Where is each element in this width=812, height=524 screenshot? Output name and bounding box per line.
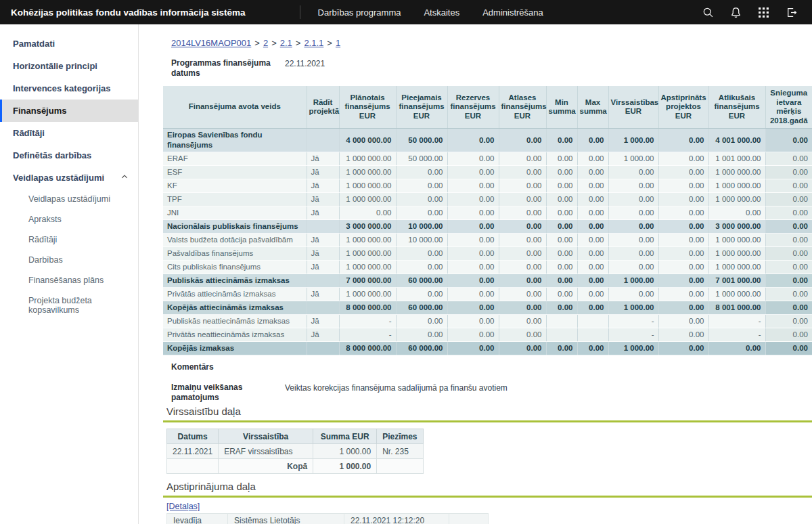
sidebar-item-finans-jums[interactable]: Finansējums: [0, 100, 138, 122]
breadcrumb-link[interactable]: 2: [263, 38, 268, 48]
breadcrumb-link[interactable]: 2.1: [280, 38, 292, 48]
value-cell: 1 000 000.00: [708, 247, 765, 261]
value-cell: 0.00: [499, 152, 546, 166]
sidebar-subitem-veidlapas-uzst-d-jumi[interactable]: Veidlapas uzstādījumi: [0, 189, 138, 209]
breadcrumb-separator: >: [296, 38, 301, 48]
column-header: Atlases finansējums EUR: [499, 86, 546, 129]
sidebar-item-defin-t-s-darb-bas[interactable]: Definētās darbības: [0, 144, 138, 167]
value-cell: 0.00: [658, 234, 708, 247]
value-cell: 0.00: [499, 261, 546, 274]
value-cell: 1 000 000.00: [708, 261, 765, 274]
sidebar-item-pamatdati[interactable]: Pamatdati: [0, 32, 138, 55]
breadcrumb-separator: >: [327, 38, 332, 48]
value-cell: 0.00: [396, 166, 447, 179]
navbar-menu-item[interactable]: Atskaites: [424, 7, 459, 18]
sidebar-item-intervences-kategorijas[interactable]: Intervences kategorijas: [0, 77, 138, 100]
table-row: IevadījaSistēmas Lietotājs22.11.2021 12:…: [167, 514, 489, 524]
value-cell: 0.00: [499, 328, 546, 342]
app-switcher-icon[interactable]: [758, 7, 769, 18]
show-in-project-cell: Jā: [307, 152, 339, 166]
breadcrumb-link[interactable]: 2014LV16MAOP001: [171, 38, 251, 48]
value-cell: 0.00: [608, 179, 658, 193]
row-label-cell: Publiskās neattiecināmās izmaksas: [163, 315, 307, 328]
breadcrumb-link[interactable]: 1: [336, 38, 340, 48]
value-cell: 0.00: [577, 261, 608, 274]
value-cell: 0.00: [608, 206, 658, 220]
notifications-icon[interactable]: [730, 7, 742, 18]
value-cell: 0.00: [499, 342, 546, 355]
show-in-project-cell: [307, 274, 339, 288]
sidebar-item-r-d-t-ji[interactable]: Rādītāji: [0, 122, 138, 144]
column-header: Rādīt projektā: [307, 86, 339, 129]
value-cell: 0.00: [546, 206, 577, 220]
justification-label: Izmaiņu veikšanas pamatojums: [171, 383, 285, 403]
value-cell: 1 000 000.00: [339, 179, 396, 193]
row-label-cell: ERAF: [163, 152, 307, 166]
value-cell: 1 000.00: [608, 152, 658, 166]
value-cell: 0.00: [546, 129, 577, 152]
value-cell: 0.00: [447, 129, 499, 152]
value-cell: 1 000 000.00: [339, 261, 396, 274]
sidebar-subitem-r-d-t-ji[interactable]: Rādītāji: [0, 230, 138, 250]
value-cell: 0.00: [658, 152, 708, 166]
search-icon[interactable]: [702, 7, 714, 18]
value-cell: 60 000.00: [396, 274, 447, 288]
row-label-cell: Cits publiskais finansējums: [163, 261, 307, 274]
value-cell: 0.00: [577, 129, 608, 152]
commitments-section-rule: [163, 420, 812, 422]
value-cell: 0.00: [396, 315, 447, 328]
value-cell: 0.00: [396, 328, 447, 342]
value-cell: 0.00: [546, 193, 577, 206]
commitments-table: DatumsVirssaistībaSumma EURPiezīmes 22.1…: [166, 429, 424, 474]
value-cell: 1 000 000.00: [708, 288, 765, 301]
value-cell: 0.00: [658, 247, 708, 261]
amount-cell: 1 000.00: [313, 444, 377, 459]
table-row: Privātās attiecināmās izmaksasJā1 000 00…: [163, 288, 812, 301]
value-cell: 0.00: [546, 261, 577, 274]
sidebar-subitem-apraksts[interactable]: Apraksts: [0, 209, 138, 230]
value-cell: 7 000 000.00: [339, 274, 396, 288]
navbar-menu: Darbības programmaAtskaitesAdministrēšan…: [318, 7, 702, 18]
value-cell: 1 000 000.00: [708, 166, 765, 179]
value-cell: 0.00: [765, 220, 812, 234]
logout-icon[interactable]: [786, 7, 797, 18]
column-header: Plānotais finansējums EUR: [339, 86, 396, 129]
sidebar-item-horizont-lie-principi[interactable]: Horizontālie principi: [0, 55, 138, 77]
value-cell: 0.00: [765, 166, 812, 179]
value-cell: 0.00: [608, 220, 658, 234]
sidebar-item-veidlapas-uzst-d-jumi[interactable]: Veidlapas uzstādījumi: [0, 167, 138, 189]
row-label-cell: Privātās neattiecināmās izmaksas: [163, 328, 307, 342]
value-cell: 0.00: [396, 206, 447, 220]
value-cell: 0.00: [447, 179, 499, 193]
value-cell: 0.00: [765, 328, 812, 342]
column-header: Summa EUR: [313, 429, 377, 444]
value-cell: 0.00: [765, 274, 812, 288]
value-cell: 0.00: [447, 342, 499, 355]
sidebar-subitem-projekta-bud-eta-kopsavilkums[interactable]: Projekta budžeta kopsavilkums: [0, 290, 138, 320]
value-cell: 0.00: [546, 247, 577, 261]
value-cell: 0.00: [658, 206, 708, 220]
value-cell: 0.00: [765, 179, 812, 193]
value-cell: 1 000 000.00: [339, 234, 396, 247]
breadcrumb-link[interactable]: 2.1.1: [304, 38, 323, 48]
value-cell: [546, 328, 577, 342]
sidebar-subitem-finans-anas-pl-ns[interactable]: Finansēšanas plāns: [0, 270, 138, 290]
show-in-project-cell: [307, 342, 339, 355]
value-cell: 0.00: [499, 274, 546, 288]
table-row: JNIJā0.000.000.000.000.000.000.000.000.0…: [163, 206, 812, 220]
breadcrumb-separator: >: [254, 38, 260, 48]
value-cell: 0.00: [447, 247, 499, 261]
navbar-menu-item[interactable]: Administrēšana: [482, 7, 543, 18]
notes-cell: Nr. 235: [377, 444, 423, 459]
app-title[interactable]: Kohēzijas politikas fondu vadības inform…: [11, 7, 246, 18]
value-cell: 0.00: [447, 315, 499, 328]
details-link[interactable]: [Detaļas]: [166, 502, 200, 511]
value-cell: 0.00: [447, 193, 499, 206]
value-cell: 0.00: [499, 193, 546, 206]
column-header: Max summa: [577, 86, 608, 129]
commitment-cell: ERAF virssaistības: [219, 444, 313, 459]
value-cell: 60 000.00: [396, 301, 447, 315]
navbar-menu-item[interactable]: Darbības programma: [318, 7, 401, 18]
row-label-cell: ESF: [163, 166, 307, 179]
sidebar-subitem-darb-bas[interactable]: Darbības: [0, 250, 138, 270]
